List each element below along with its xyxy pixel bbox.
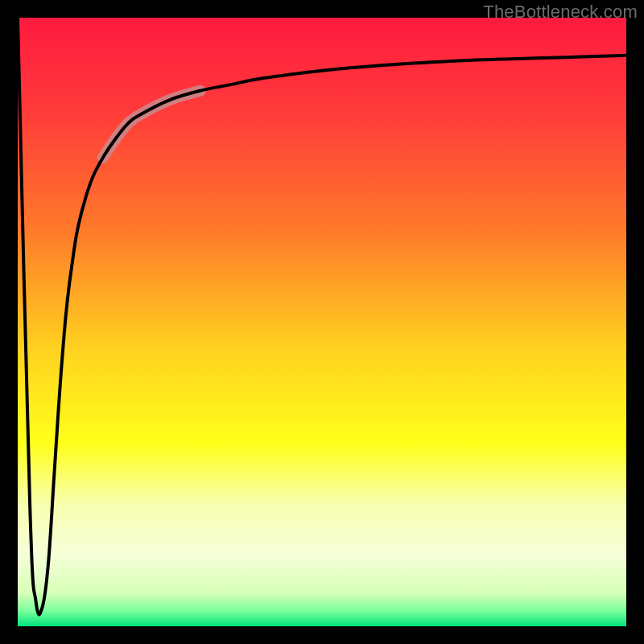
bottleneck-chart [0, 0, 644, 644]
frame-bottom [0, 626, 644, 644]
frame-left [0, 0, 18, 644]
plot-background [18, 18, 626, 626]
chart-stage: TheBottleneck.com [0, 0, 644, 644]
watermark-label: TheBottleneck.com [483, 2, 638, 23]
frame-right [626, 0, 644, 644]
